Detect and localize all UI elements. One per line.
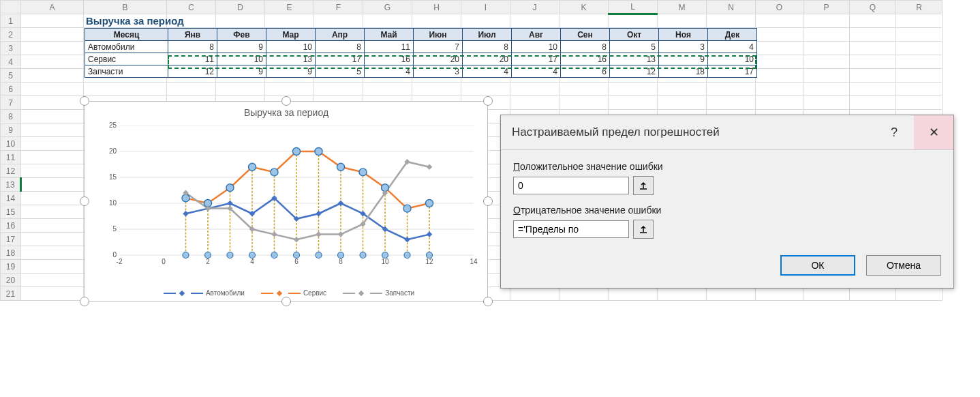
cell-L7[interactable] — [609, 96, 658, 110]
row-header-19[interactable]: 19 — [1, 260, 21, 274]
data-cell[interactable]: 5 — [610, 41, 659, 53]
cell-A7[interactable] — [21, 96, 84, 110]
cell-R2[interactable] — [896, 28, 943, 42]
col-header-B[interactable]: B — [84, 1, 167, 14]
data-cell[interactable]: 17 — [708, 65, 757, 78]
col-header-P[interactable]: P — [803, 1, 850, 14]
data-cell[interactable]: 9 — [266, 65, 316, 78]
row-header-3[interactable]: 3 — [1, 42, 21, 55]
data-cell[interactable]: 8 — [561, 41, 610, 53]
data-cell[interactable]: 13 — [266, 53, 316, 65]
data-cell[interactable]: 10 — [266, 41, 316, 53]
cell-O2[interactable] — [756, 28, 803, 42]
cell-P6[interactable] — [803, 83, 850, 96]
data-header[interactable]: Июл — [463, 29, 512, 41]
data-cell[interactable]: 20 — [463, 53, 512, 65]
cell-M6[interactable] — [658, 83, 707, 96]
row-header-17[interactable]: 17 — [1, 233, 21, 246]
cell-A12[interactable] — [21, 164, 84, 178]
cell-K7[interactable] — [560, 96, 609, 110]
row-header-15[interactable]: 15 — [1, 205, 21, 219]
row-header-4[interactable]: 4 — [1, 55, 21, 69]
data-row-label[interactable]: Автомобили — [85, 41, 168, 53]
cell-E1[interactable] — [265, 14, 314, 28]
col-header-Q[interactable]: Q — [850, 1, 896, 14]
cell-R7[interactable] — [896, 96, 943, 110]
cell-A10[interactable] — [21, 137, 84, 151]
chart-frame[interactable]: Выручка за период 0510152025 -2024681012… — [85, 101, 488, 302]
data-cell[interactable]: 17 — [512, 53, 561, 65]
cell-O21[interactable] — [756, 287, 803, 301]
data-cell[interactable]: 16 — [561, 53, 610, 65]
data-header[interactable]: Фев — [217, 29, 266, 41]
data-cell[interactable]: 10 — [217, 53, 266, 65]
data-header[interactable]: Июн — [414, 29, 463, 41]
data-cell[interactable]: 4 — [708, 41, 757, 53]
cell-Q5[interactable] — [850, 69, 896, 83]
data-cell[interactable]: 11 — [168, 53, 217, 65]
cell-A1[interactable] — [21, 14, 84, 28]
row-header-20[interactable]: 20 — [1, 274, 21, 287]
data-row-label[interactable]: Сервис — [85, 53, 168, 65]
cell-P3[interactable] — [803, 42, 850, 55]
cell-A17[interactable] — [21, 233, 84, 246]
cell-P1[interactable] — [803, 14, 850, 28]
cell-R4[interactable] — [896, 55, 943, 69]
cell-R3[interactable] — [896, 42, 943, 55]
cell-Q6[interactable] — [850, 83, 896, 96]
resize-handle-e[interactable] — [483, 196, 493, 206]
row-header-13[interactable]: 13 — [1, 178, 21, 192]
cell-B6[interactable] — [84, 83, 167, 96]
cell-A18[interactable] — [21, 246, 84, 260]
data-cell[interactable]: 9 — [217, 41, 266, 53]
cell-F6[interactable] — [314, 83, 363, 96]
cell-Q4[interactable] — [850, 55, 896, 69]
cell-A4[interactable] — [21, 55, 84, 69]
data-cell[interactable]: 8 — [168, 41, 217, 53]
cell-R5[interactable] — [896, 69, 943, 83]
negative-error-range-button[interactable] — [633, 220, 654, 239]
cell-E6[interactable] — [265, 83, 314, 96]
cell-Q2[interactable] — [850, 28, 896, 42]
cell-P4[interactable] — [803, 55, 850, 69]
cell-J1[interactable] — [510, 14, 560, 28]
resize-handle-se[interactable] — [483, 297, 493, 306]
cell-F1[interactable] — [314, 14, 363, 28]
cell-P7[interactable] — [803, 96, 850, 110]
cell-R21[interactable] — [896, 287, 943, 301]
cell-M21[interactable] — [658, 287, 707, 301]
cell-K1[interactable] — [560, 14, 609, 28]
cell-Q1[interactable] — [850, 14, 896, 28]
resize-handle-s[interactable] — [281, 297, 291, 306]
cell-O4[interactable] — [756, 55, 803, 69]
row-header-11[interactable]: 11 — [1, 151, 21, 164]
row-header-12[interactable]: 12 — [1, 164, 21, 178]
cell-K21[interactable] — [560, 287, 609, 301]
cell-N21[interactable] — [707, 287, 756, 301]
positive-error-input[interactable] — [513, 177, 629, 194]
data-cell[interactable]: 10 — [708, 53, 757, 65]
cell-Q7[interactable] — [850, 96, 896, 110]
row-header-8[interactable]: 8 — [1, 110, 21, 123]
row-header-14[interactable]: 14 — [1, 192, 21, 205]
row-header-9[interactable]: 9 — [1, 123, 21, 137]
row-header-10[interactable]: 10 — [1, 137, 21, 151]
row-header-1[interactable]: 1 — [1, 14, 21, 28]
data-header[interactable]: Сен — [561, 29, 610, 41]
cell-D6[interactable] — [216, 83, 265, 96]
data-cell[interactable]: 8 — [463, 41, 512, 53]
cell-A16[interactable] — [21, 219, 84, 233]
col-header-L[interactable]: L — [609, 1, 658, 14]
col-header-I[interactable]: I — [461, 1, 510, 14]
cell-A6[interactable] — [21, 83, 84, 96]
data-cell[interactable]: 4 — [365, 65, 414, 78]
resize-handle-nw[interactable] — [80, 96, 89, 106]
data-table[interactable]: МесяцЯнвФевМарАпрМайИюнИюлАвгСенОктНояДе… — [85, 28, 757, 78]
cell-M7[interactable] — [658, 96, 707, 110]
data-header[interactable]: Окт — [610, 29, 659, 41]
cell-A20[interactable] — [21, 274, 84, 287]
cell-G1[interactable] — [363, 14, 412, 28]
cell-A15[interactable] — [21, 205, 84, 219]
data-header[interactable]: Ноя — [659, 29, 708, 41]
data-header[interactable]: Дек — [708, 29, 757, 41]
